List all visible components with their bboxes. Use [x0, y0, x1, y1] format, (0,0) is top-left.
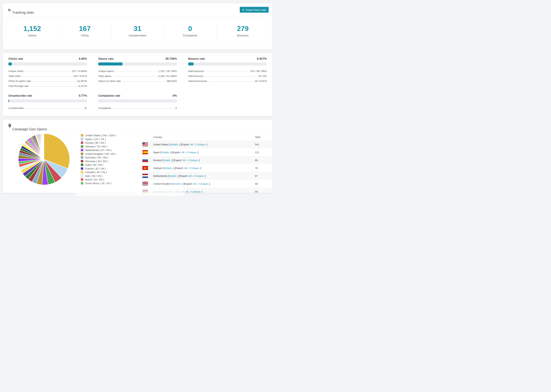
metric-row: Unique clicks167 / 4.456%: [8, 68, 87, 73]
legend-swatch: [81, 152, 84, 155]
legend-item-france[interactable]: France ( 42 / 2% ): [81, 167, 116, 170]
pie-slice-other[interactable]: [44, 133, 44, 159]
progress-track: [188, 63, 267, 65]
legend-item-russia[interactable]: Russia ( 86 / 5% ): [81, 141, 116, 145]
export-all-link[interactable]: All ›: [189, 175, 193, 177]
link-separator: /: [198, 182, 200, 185]
rate-percent: 6.927%: [257, 57, 267, 61]
bar-chart-icon: [8, 8, 11, 11]
country-name: Russia [: [153, 159, 162, 162]
metric-label: Unsubscribes: [8, 106, 24, 110]
details-link[interactable]: Details ›: [164, 167, 173, 169]
legend-item-romania[interactable]: Romania ( 49 / 3% ): [81, 159, 116, 163]
country-name: Germany [: [153, 190, 165, 193]
details-link[interactable]: Details ›: [173, 182, 182, 185]
country-total: 79: [255, 167, 258, 169]
progress-track: [98, 99, 177, 102]
export-prefix: ] [Export:: [172, 159, 183, 162]
country-name: United States [: [153, 143, 170, 146]
export-all-link[interactable]: All ›: [181, 151, 186, 154]
export-all-link[interactable]: All ›: [193, 182, 198, 185]
legend-item-united-kingdom[interactable]: United Kingdom ( 59 / 3% ): [81, 152, 116, 156]
link-separator: /: [189, 167, 191, 169]
legend-swatch: [81, 167, 84, 170]
table-header-country: Country: [153, 136, 162, 139]
details-link[interactable]: Details ›: [161, 151, 171, 154]
legend-swatch: [81, 141, 84, 144]
export-prefix: ] [Export:: [182, 182, 193, 185]
export-unique-link[interactable]: Unique ›: [197, 143, 206, 146]
metric-row: Click through rate4.147%: [8, 83, 87, 88]
legend-swatch: [81, 145, 84, 148]
metric-label: Clicks to opens rate: [8, 79, 31, 83]
legend-item-vietnam[interactable]: Vietnam ( 79 / 5% ): [81, 145, 116, 148]
link-separator: /: [193, 175, 195, 177]
export-unique-link[interactable]: Unique ›: [189, 159, 199, 162]
legend-item-south-africa[interactable]: South Africa ( 29 / 2% ): [81, 182, 116, 185]
legend-label: Brazil ( 33 / 2% ): [85, 178, 104, 181]
legend-item-spain[interactable]: Spain ( 121 / 7% ): [81, 137, 116, 141]
export-all-link[interactable]: All ›: [183, 159, 187, 162]
legend-label: Germany ( 55 / 3% ): [85, 156, 108, 159]
metric-value: 14.497%: [77, 79, 87, 83]
rate-title: Complaints rate: [98, 94, 120, 98]
export-unique-link[interactable]: Unique ›: [191, 167, 201, 169]
export-unique-link[interactable]: Unique ›: [188, 151, 198, 154]
dotted-leader: [113, 76, 157, 77]
country-cell: United States [Details ›] [Export: All ›…: [153, 143, 207, 146]
legend-swatch: [81, 175, 84, 177]
metric-label: Unique opens: [98, 70, 114, 73]
de-flag-icon: [142, 189, 148, 193]
stat-label: Opens: [28, 34, 36, 37]
legend-swatch: [81, 138, 84, 140]
details-link[interactable]: Details ›: [162, 159, 172, 162]
legend-label: Canada ( 40 / 2% ): [85, 171, 107, 174]
export-unique-link[interactable]: Unique ›: [200, 182, 209, 185]
rate-title: Unsubscribe rate: [8, 94, 32, 98]
rate-block-unsubscribe-rate: Unsubscribe rate0.77%Unsubscribes31: [8, 94, 87, 110]
metric-row: Complaints0: [98, 105, 177, 110]
legend-item-germany[interactable]: Germany ( 55 / 3% ): [81, 156, 116, 159]
export-basic-stats-button[interactable]: Export basic stats: [240, 7, 269, 13]
legend-label: France ( 42 / 2% ): [85, 167, 106, 170]
export-unique-link[interactable]: Unique ›: [195, 175, 205, 177]
rates-column: Opens rate30.736%Unique opens1,152 / 30.…: [92, 53, 182, 116]
details-link[interactable]: Details ›: [170, 143, 179, 146]
rates-column: Clicks rate4.46%Unique clicks167 / 4.456…: [3, 53, 92, 116]
summary-stats-box: 1,152Opens167Clicks31Unsubscribes0Compla…: [6, 19, 269, 43]
legend-item-netherlands[interactable]: Netherlands ( 67 / 4% ): [81, 148, 116, 152]
metric-label: Soft bounces: [188, 75, 203, 78]
details-link[interactable]: Details ›: [168, 175, 178, 177]
legend-item-india[interactable]: India ( 46 / 3% ): [81, 163, 116, 167]
legend-item-canada[interactable]: Canada ( 40 / 2% ): [81, 170, 116, 174]
export-unique-link[interactable]: Unique ›: [192, 190, 202, 193]
rate-title: Bounce rate: [188, 57, 205, 61]
legend-label: United Kingdom ( 59 / 3% ): [85, 152, 116, 155]
legend-label: United States ( 541 / 31% ): [85, 134, 116, 137]
legend-label: Spain ( 121 / 7% ): [85, 138, 106, 140]
legend-item-united-states[interactable]: United States ( 541 / 31% ): [81, 133, 116, 137]
export-icon: [242, 8, 245, 11]
country-total: 541: [255, 143, 259, 146]
geo-pie-chart[interactable]: [17, 133, 71, 186]
metric-label: Opens to clicks rate: [98, 79, 121, 83]
metric-label: Internal bounces: [188, 79, 207, 83]
metric-label: Unique clicks: [8, 70, 23, 73]
progress-fill: [8, 63, 12, 65]
legend-swatch: [81, 178, 84, 181]
legend-item-brazil[interactable]: Brazil ( 33 / 2% ): [81, 178, 116, 182]
export-all-link[interactable]: All ›: [185, 190, 190, 193]
progress-track: [8, 99, 87, 102]
legend-item-italy[interactable]: Italy ( 36 / 2% ): [81, 174, 116, 178]
export-all-link[interactable]: All ›: [184, 167, 189, 169]
country-row-vietnam: Vietnam [Details ›] [Export: All › / Uni…: [142, 164, 272, 172]
details-link[interactable]: Details ›: [165, 190, 175, 193]
export-all-link[interactable]: All ›: [190, 143, 195, 146]
legend-label: South Africa ( 29 / 2% ): [85, 182, 112, 185]
dotted-leader: [205, 71, 249, 72]
dotted-leader: [112, 108, 174, 109]
legend-label: Netherlands ( 67 / 4% ): [85, 149, 112, 152]
metric-row: Clicks to opens rate14.497%: [8, 78, 87, 83]
link-separator: /: [190, 190, 192, 193]
metric-row: Total clicks220 / 5.87%: [8, 73, 87, 78]
